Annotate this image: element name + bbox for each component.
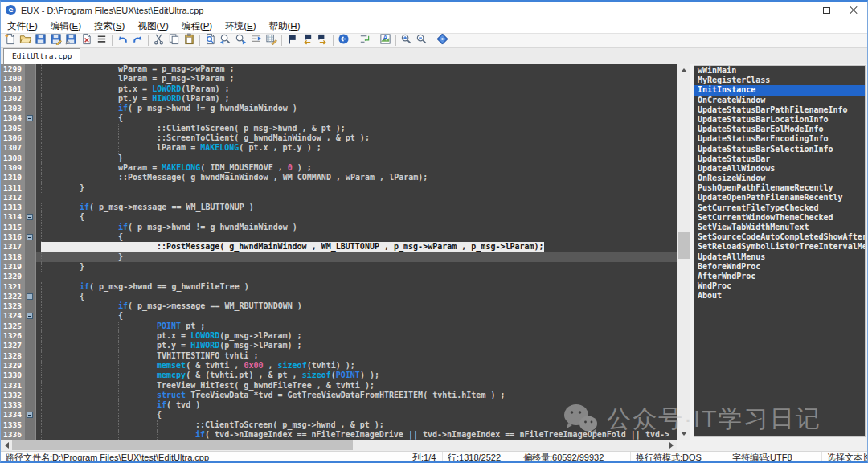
- open-file-button[interactable]: [18, 34, 33, 48]
- bookmark-prev-button[interactable]: [300, 34, 315, 48]
- copy-button[interactable]: [166, 34, 182, 48]
- symbol-item-updatestatusbarselectioninfo[interactable]: UpdateStatusBarSelectionInfo: [694, 145, 865, 154]
- code-line[interactable]: 1322{: [1, 292, 677, 301]
- bookmark-toggle-button[interactable]: [285, 34, 300, 48]
- menu-item-文件F[interactable]: 文件(F): [1, 19, 44, 33]
- code-line[interactable]: 1302pt.y = HIWORD(lParam) ;: [1, 94, 677, 104]
- code-line[interactable]: 1315if( p_msg->hwnd != g_hwndMainWindow …: [1, 223, 677, 232]
- scroll-left-button[interactable]: [1, 440, 12, 451]
- code-line[interactable]: 1310::PostMessage( g_hwndMainWindow , WM…: [1, 173, 677, 182]
- symbol-list[interactable]: wWinMainMyRegisterClassInitInstanceOnCre…: [694, 65, 866, 437]
- code-line[interactable]: 1329memset( & tvhti , 0x00 , sizeof(tvht…: [1, 361, 677, 371]
- symbol-item-wwinmain[interactable]: wWinMain: [694, 66, 865, 76]
- code-line[interactable]: 1327pt.y = HIWORD(p_msg->lParam) ;: [1, 341, 677, 350]
- code-line[interactable]: 1301pt.x = LOWORD(lParam) ;: [1, 84, 677, 94]
- code-line[interactable]: 1306::ScreenToClient( g_hwndMainWindow ,…: [1, 133, 677, 143]
- code-line[interactable]: 1318}: [1, 252, 677, 262]
- symbol-item-beforewndproc[interactable]: BeforeWndProc: [694, 262, 865, 272]
- fold-marker-icon[interactable]: [27, 214, 33, 220]
- symbol-item-updateopenpathfilenamerecently[interactable]: UpdateOpenPathFilenameRecently: [694, 193, 865, 203]
- symbol-item-pushopenpathfilenamerecently[interactable]: PushOpenPathFilenameRecently: [694, 183, 865, 193]
- code-line[interactable]: 1307lParam = MAKELONG( pt.x , pt.y ) ;: [1, 143, 677, 153]
- code-line[interactable]: 1303if( p_msg->hwnd != g_hwndMainWindow …: [1, 104, 677, 113]
- redo-button[interactable]: [130, 34, 145, 48]
- save-as-button[interactable]: [63, 34, 79, 48]
- code-line[interactable]: 1334{: [1, 410, 677, 420]
- symbol-item-updatestatusbar[interactable]: UpdateStatusBar: [694, 154, 865, 164]
- symbol-item-wndproc[interactable]: WndProc: [694, 281, 865, 291]
- undo-button[interactable]: [115, 34, 130, 48]
- minimize-button[interactable]: [785, 2, 813, 18]
- code-line[interactable]: 1309wParam = MAKELONG( IDM_MOUSEMOVE , 0…: [1, 163, 677, 173]
- find-next-button[interactable]: [233, 34, 248, 48]
- file-list-button[interactable]: [94, 34, 109, 48]
- symbol-item-myregisterclass[interactable]: MyRegisterClass: [694, 76, 865, 85]
- code-editor[interactable]: 1299wParam = p_msg->wParam ;1300lParam =…: [1, 64, 677, 440]
- save-button[interactable]: [33, 34, 48, 48]
- code-line[interactable]: 1300lParam = p_msg->lParam ;: [1, 74, 677, 84]
- symbol-item-oncreatewindow[interactable]: OnCreateWindow: [694, 96, 865, 105]
- symbol-item-afterwndproc[interactable]: AfterWndProc: [694, 272, 865, 281]
- code-line[interactable]: 1335::ClientToScreen( p_msg->hwnd , & pt…: [1, 420, 677, 430]
- menu-item-帮助H[interactable]: 帮助(H): [263, 19, 307, 33]
- fold-marker-icon[interactable]: [27, 412, 33, 418]
- code-line[interactable]: 1326pt.x = LOWORD(p_msg->lParam) ;: [1, 331, 677, 341]
- scroll-down-button[interactable]: [677, 428, 690, 440]
- symbol-item-setcurrentwindowthemechecked[interactable]: SetCurrentWindowThemeChecked: [694, 213, 865, 223]
- symbol-item-setsourcecodeautocompletedshowafter[interactable]: SetSourceCodeAutoCompletedShowAfter: [694, 232, 865, 242]
- maximize-button[interactable]: [813, 2, 840, 18]
- code-line[interactable]: 1311}: [1, 183, 677, 193]
- fold-marker-icon[interactable]: [27, 293, 33, 300]
- code-line[interactable]: 1321if( p_msg->hwnd == g_hwndFileTree ): [1, 282, 677, 292]
- code-line[interactable]: 1328TVHITTESTINFO tvhti ;: [1, 351, 677, 361]
- scroll-right-button[interactable]: [665, 440, 677, 451]
- symbol-item-about[interactable]: About: [694, 291, 865, 301]
- code-line[interactable]: 1299wParam = p_msg->wParam ;: [1, 64, 677, 74]
- find-prev-button[interactable]: [218, 34, 233, 48]
- menu-item-视图V[interactable]: 视图(V): [131, 19, 174, 33]
- replace-button[interactable]: [248, 34, 264, 48]
- vertical-scrollbar-thumb[interactable]: [678, 232, 690, 259]
- code-line[interactable]: 1314{: [1, 212, 677, 222]
- code-line[interactable]: 1323if( p_msg->message == WM_RBUTTONDOWN…: [1, 301, 677, 311]
- scroll-up-button[interactable]: [677, 64, 690, 76]
- code-line[interactable]: 1336if( tvd->nImageIndex == nFileTreeIma…: [1, 430, 677, 440]
- navigate-back-button[interactable]: [336, 34, 351, 48]
- code-line[interactable]: 1319}: [1, 262, 677, 272]
- find-button[interactable]: [203, 34, 218, 48]
- menu-item-编辑E[interactable]: 编辑(E): [44, 19, 88, 33]
- new-file-button[interactable]: [2, 34, 18, 48]
- menu-item-编程P[interactable]: 编程(P): [175, 19, 219, 33]
- symbol-item-onresizewindow[interactable]: OnResizeWindow: [694, 174, 865, 183]
- symbol-item-setreloadsymbollistortreeintervalmen[interactable]: SetReloadSymbolListOrTreeIntervalMen: [694, 242, 865, 252]
- code-line[interactable]: 1325POINT pt ;: [1, 322, 677, 331]
- save-all-button[interactable]: [48, 34, 63, 48]
- code-line[interactable]: 1324{: [1, 311, 677, 321]
- vertical-scrollbar[interactable]: [677, 64, 690, 440]
- horizontal-scrollbar[interactable]: [1, 440, 677, 451]
- code-line[interactable]: 1333if( tvd ): [1, 400, 677, 410]
- code-line[interactable]: 1320: [1, 272, 677, 281]
- symbol-item-setviewtabwidthmenutext[interactable]: SetViewTabWidthMenuText: [694, 223, 865, 232]
- code-line[interactable]: 1331TreeView_HitTest( g_hwndFileTree , &…: [1, 381, 677, 391]
- code-line[interactable]: 1332struct TreeViewData *tvd = GetTreeVi…: [1, 391, 677, 400]
- symbol-item-updatestatusbareolmodeinfo[interactable]: UpdateStatusBarEolModeInfo: [694, 125, 865, 134]
- symbol-item-setcurrentfiletypechecked[interactable]: SetCurrentFileTypeChecked: [694, 203, 865, 213]
- symbol-item-updateallwindows[interactable]: UpdateAllWindows: [694, 164, 865, 174]
- about-button[interactable]: [435, 34, 450, 48]
- symbol-item-updatestatusbarencodinginfo[interactable]: UpdateStatusBarEncodingInfo: [694, 134, 865, 144]
- paste-button[interactable]: [182, 34, 197, 48]
- symbol-item-updateallmenus[interactable]: UpdateAllMenus: [694, 252, 865, 262]
- menu-item-搜索S[interactable]: 搜索(S): [88, 19, 131, 33]
- tab-editultra-cpp[interactable]: EditUltra.cpp: [3, 48, 80, 64]
- code-line[interactable]: 1312: [1, 193, 677, 203]
- code-line[interactable]: 1305::ClientToScreen( p_msg->hwnd , & pt…: [1, 124, 677, 133]
- symbol-item-initinstance[interactable]: InitInstance: [694, 85, 865, 95]
- replace-in-files-button[interactable]: [264, 34, 279, 48]
- code-line[interactable]: 1316{: [1, 232, 677, 242]
- zoom-in-button[interactable]: [399, 34, 414, 48]
- fold-marker-icon[interactable]: [27, 313, 33, 319]
- line-endings-button[interactable]: [357, 34, 372, 48]
- code-line[interactable]: 1308}: [1, 154, 677, 163]
- fold-marker-icon[interactable]: [27, 115, 33, 121]
